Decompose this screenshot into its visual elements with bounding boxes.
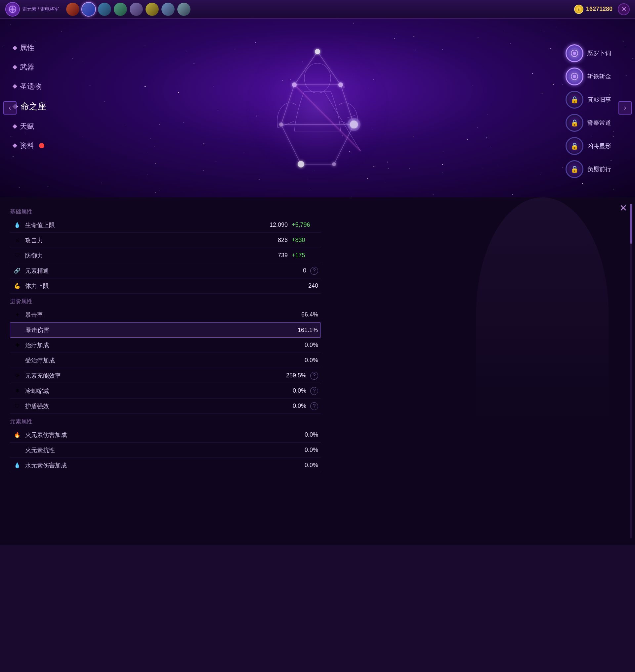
stat-help-icon[interactable]: ?: [310, 387, 318, 395]
const-label-6: 负愿前行: [587, 165, 611, 173]
stat-value: 0: [280, 267, 306, 274]
stat-row: 💪 体力上限 240: [10, 278, 321, 294]
nav-char-8[interactable]: [177, 2, 191, 17]
constellation-area: [73, 19, 562, 197]
sidebar-item-weapon[interactable]: 武器: [13, 58, 66, 77]
stat-row: ⟳ 元素充能效率 259.5% ?: [10, 368, 321, 383]
scrollbar-thumb[interactable]: [630, 204, 632, 244]
sidebar-label: 资料: [20, 141, 35, 151]
const-label-4: 誓奉常道: [587, 119, 611, 127]
nav-char-2[interactable]: [81, 2, 96, 17]
stat-value: 0.0%: [292, 342, 318, 349]
svg-text:$: $: [578, 8, 579, 11]
sidebar-badge: [39, 143, 44, 148]
stat-name: 护盾强效: [25, 402, 280, 410]
svg-point-22: [279, 123, 283, 126]
const-icon-1: [566, 44, 584, 62]
nav-char-3[interactable]: [97, 2, 112, 17]
const-icon-3: 🔒: [566, 91, 584, 109]
nav-close-button[interactable]: ✕: [618, 3, 630, 15]
sidebar-item-artifact[interactable]: 圣遗物: [13, 77, 66, 96]
svg-point-27: [347, 118, 360, 131]
stats-panel: ✕ 基础属性 💧 生命值上限 12,090 +5,796 ⚔ 攻击力 826 +…: [0, 197, 635, 545]
stat-row: 🛡 护盾强效 0.0% ?: [10, 399, 321, 414]
svg-point-21: [338, 82, 343, 87]
stat-value: 66.4%: [292, 311, 318, 318]
stat-icon: [13, 326, 22, 335]
sidebar-label: 武器: [20, 62, 35, 72]
stat-value: 161.1%: [291, 327, 318, 334]
constellation-node-2[interactable]: 斩铁斩金: [566, 67, 628, 85]
stat-icon: 🛡: [13, 251, 22, 260]
nav-char-6[interactable]: [145, 2, 159, 17]
sidebar-label: 天赋: [20, 122, 35, 131]
stat-value: 0.0%: [292, 431, 318, 438]
lock-icon: 🔒: [570, 165, 579, 173]
const-label-5: 凶将显形: [587, 142, 611, 150]
stat-row: ⚔ 攻击力 826 +830: [10, 233, 321, 248]
nav-char-4[interactable]: [113, 2, 128, 17]
nav-char-1[interactable]: [65, 2, 80, 17]
nav-arrow-left[interactable]: ‹: [3, 101, 17, 114]
constellation-node-6[interactable]: 🔒 负愿前行: [566, 160, 628, 178]
constellation-node-1[interactable]: 恶罗卜词: [566, 44, 628, 62]
stat-name: 攻击力: [25, 236, 261, 244]
constellation-svg: [235, 25, 400, 191]
main-area: 属性 武器 圣遗物 命之座 天赋 资料: [0, 19, 635, 197]
nav-breadcrumb: 雷元素 / 雷电将军: [22, 6, 59, 12]
sidebar-item-constellation[interactable]: 命之座: [13, 96, 66, 117]
stat-value: 0.0%: [292, 462, 318, 469]
stat-row: ❄ 冷却缩减 0.0% ?: [10, 383, 321, 399]
stat-row: 🔗 元素精通 0 ?: [10, 263, 321, 278]
lock-icon: 🔒: [570, 96, 579, 104]
sidebar-item-profile[interactable]: 资料: [13, 136, 66, 155]
constellation-node-5[interactable]: 🔒 凶将显形: [566, 137, 628, 155]
svg-point-28: [298, 161, 304, 168]
rows-advanced: ✦ 暴击率 66.4% 暴击伤害 161.1% ✚ 治疗加成 0.0% 受治疗加…: [10, 307, 321, 414]
nav-char-7[interactable]: [161, 2, 175, 17]
stat-name: 元素精通: [25, 267, 280, 275]
sidebar-item-talent[interactable]: 天赋: [13, 117, 66, 136]
stat-name: 体力上限: [25, 282, 292, 290]
stat-icon: ⟳: [13, 371, 22, 380]
stat-help-icon[interactable]: ?: [310, 267, 318, 275]
stat-row: 💧 生命值上限 12,090 +5,796: [10, 217, 321, 233]
const-icon-6: 🔒: [566, 160, 584, 178]
stat-icon: 💧: [13, 220, 22, 230]
stat-help-icon[interactable]: ?: [310, 372, 318, 380]
stat-name: 治疗加成: [25, 341, 292, 349]
stat-row: 🛡 防御力 739 +175: [10, 248, 321, 263]
stat-value: 0.0%: [292, 357, 318, 364]
stat-icon: 🔥: [13, 430, 22, 440]
nav-currency: $ 16271280: [574, 5, 613, 14]
lock-icon: 🔒: [570, 119, 579, 127]
stat-help-icon[interactable]: ?: [310, 402, 318, 410]
nav-logo: [5, 2, 20, 17]
stat-icon: 💧: [13, 461, 22, 470]
stats-close-button[interactable]: ✕: [619, 203, 627, 213]
lock-icon: 🔒: [570, 142, 579, 150]
sidebar-diamond: [13, 46, 17, 50]
stat-row: 🔥 火元素伤害加成 0.0%: [10, 427, 321, 443]
sidebar-item-attributes[interactable]: 属性: [13, 38, 66, 58]
stat-value: 826: [261, 237, 288, 244]
stat-name: 水元素伤害加成: [25, 461, 292, 469]
svg-point-19: [315, 49, 320, 54]
stat-icon: ❄: [13, 386, 22, 396]
constellation-node-4[interactable]: 🔒 誓奉常道: [566, 114, 628, 132]
stat-bonus: +5,796: [292, 222, 318, 228]
nav-char-5[interactable]: [129, 2, 144, 17]
nav-chars: [65, 2, 574, 17]
sidebar-label: 圣遗物: [20, 81, 42, 91]
top-nav: 雷元素 / 雷电将军 $ 16271280 ✕: [0, 0, 635, 19]
stat-value: 240: [292, 282, 318, 289]
stats-bg-char: [476, 197, 609, 429]
stat-name: 暴击率: [25, 311, 292, 319]
scrollbar-track[interactable]: [630, 204, 632, 538]
stat-row: 火元素抗性 0.0%: [10, 443, 321, 458]
stat-name: 火元素抗性: [25, 446, 292, 454]
nav-arrow-right[interactable]: ›: [618, 101, 632, 114]
stat-name: 生命值上限: [25, 221, 261, 229]
stat-row: 受治疗加成 0.0%: [10, 353, 321, 368]
const-label-1: 恶罗卜词: [587, 49, 611, 57]
